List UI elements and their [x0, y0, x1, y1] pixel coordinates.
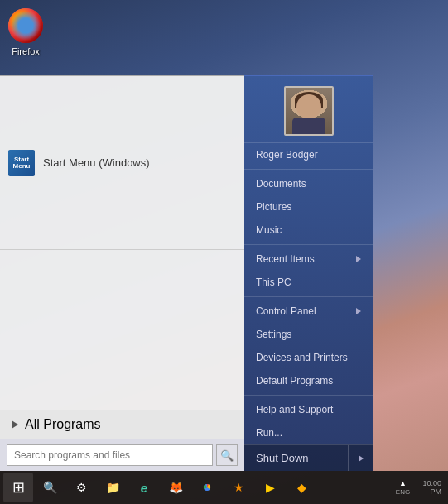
separator-2 — [244, 244, 373, 245]
clock[interactable]: 10:00 PM — [419, 479, 445, 496]
shutdown-row: Shut Down — [244, 444, 373, 471]
menu-item-username[interactable]: Roger Bodger — [244, 143, 373, 166]
pinned-area: StartMenu Start Menu (Windows) — [0, 76, 244, 250]
firefox-icon-label: Firefox — [12, 46, 40, 56]
notification-button[interactable]: ▲ ENG — [388, 473, 417, 502]
settings-taskbar-button[interactable]: ⚙ — [66, 473, 96, 502]
shutdown-button[interactable]: Shut Down — [244, 445, 348, 471]
shutdown-arrow-icon — [359, 455, 364, 462]
menu-item-pictures[interactable]: Pictures — [244, 195, 373, 218]
all-programs-label: All Programs — [25, 417, 101, 432]
search-row: 🔍 — [0, 439, 244, 471]
extra-taskbar-button[interactable]: ◆ — [287, 473, 316, 502]
user-avatar-area[interactable] — [244, 76, 373, 143]
menu-item-documents[interactable]: Documents — [244, 172, 373, 195]
menu-item-help-support[interactable]: Help and Support — [244, 398, 373, 421]
menu-item-devices-printers[interactable]: Devices and Printers — [244, 346, 373, 369]
start-menu-icon: StartMenu — [8, 150, 35, 176]
pinned-label: Start Menu (Windows) — [43, 156, 150, 169]
shutdown-arrow-button[interactable] — [348, 445, 373, 471]
avatar-image — [286, 88, 332, 134]
menu-item-this-pc[interactable]: This PC — [244, 271, 373, 294]
programs-area — [0, 250, 244, 410]
start-menu-right-panel: Roger Bodger Documents Pictures Music Re… — [244, 75, 373, 471]
separator-1 — [244, 169, 373, 170]
chrome-taskbar-button[interactable] — [192, 473, 222, 502]
user-avatar — [284, 86, 334, 136]
taskbar: ⊞ 🔍 ⚙ 📁 e 🦊 ★ ▶ ◆ ▲ ENG 10:00 PM — [0, 471, 448, 504]
all-programs-button[interactable]: All Programs — [0, 410, 244, 439]
control-panel-arrow-icon — [356, 308, 361, 314]
search-taskbar-button[interactable]: 🔍 — [35, 473, 65, 502]
menu-item-run[interactable]: Run... — [244, 421, 373, 444]
recent-items-arrow-icon — [356, 256, 361, 262]
star-taskbar-button[interactable]: ★ — [224, 473, 253, 502]
start-button[interactable]: ⊞ — [3, 473, 33, 502]
separator-4 — [244, 395, 373, 396]
menu-item-control-panel[interactable]: Control Panel — [244, 300, 373, 323]
firefox-desktop-icon[interactable]: Firefox — [8, 8, 43, 56]
edge-taskbar-button[interactable]: e — [129, 473, 159, 502]
search-button[interactable]: 🔍 — [216, 444, 238, 466]
start-menu: StartMenu Start Menu (Windows) All Progr… — [0, 75, 373, 471]
taskbar-right: ▲ ENG 10:00 PM — [388, 473, 445, 502]
firefox-icon-img — [8, 8, 43, 43]
firefox-taskbar-button[interactable]: 🦊 — [161, 473, 190, 502]
triangle-right-icon — [12, 420, 18, 429]
play-taskbar-button[interactable]: ▶ — [255, 473, 285, 502]
menu-item-settings[interactable]: Settings — [244, 323, 373, 346]
separator-3 — [244, 296, 373, 297]
menu-item-default-programs[interactable]: Default Programs — [244, 369, 373, 392]
folder-taskbar-button[interactable]: 📁 — [98, 473, 128, 502]
menu-item-recent-items[interactable]: Recent Items — [244, 247, 373, 271]
start-menu-left-panel: StartMenu Start Menu (Windows) All Progr… — [0, 75, 244, 471]
search-input[interactable] — [7, 444, 213, 466]
menu-item-music[interactable]: Music — [244, 218, 373, 242]
